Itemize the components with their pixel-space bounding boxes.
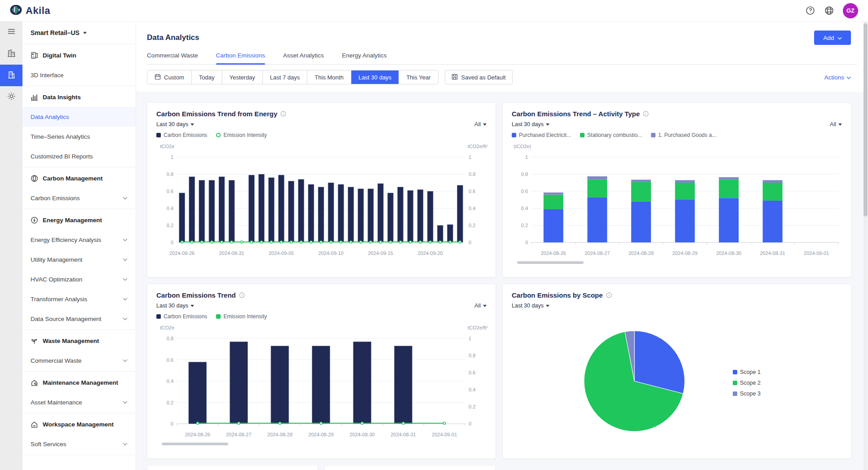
- actions-dropdown[interactable]: Actions: [824, 74, 851, 81]
- svg-text:0.2: 0.2: [521, 223, 528, 228]
- save-icon: [452, 74, 458, 81]
- svg-text:2024-08-28: 2024-08-28: [267, 432, 292, 437]
- legend-item[interactable]: Emission Intensity: [216, 313, 267, 320]
- app-window: Akila GZ Smart Retail–US Digital Twin 3D…: [0, 0, 868, 470]
- chart-period-dropdown[interactable]: Last 30 days: [512, 121, 549, 127]
- rail-buildings-button[interactable]: [0, 43, 22, 65]
- filter-last-30-days[interactable]: Last 30 days: [351, 70, 399, 84]
- legend-swatch: [733, 370, 737, 374]
- sidebar-item-transformer-analysis[interactable]: Transformer Analysis: [22, 289, 136, 309]
- sidebar-item-energy-efficiency-analysis[interactable]: Energy Efficiency Analysis: [22, 230, 136, 250]
- sidebar-item-commercial-waste[interactable]: Commercial Waste: [22, 351, 136, 370]
- pie-chart: [512, 312, 842, 444]
- legend-swatch: [580, 133, 585, 137]
- chart-period-dropdown[interactable]: Last 30 days: [156, 121, 194, 127]
- caret-down-icon: [483, 305, 487, 307]
- svg-text:1: 1: [525, 154, 528, 160]
- legend-item[interactable]: Scope 2: [733, 380, 761, 386]
- legend-item[interactable]: Scope 1: [733, 369, 761, 375]
- filter-last-7-days[interactable]: Last 7 days: [263, 70, 308, 84]
- sidebar-item-data-source-management[interactable]: Data Source Management: [22, 309, 136, 329]
- sidebar-item-customized-bi-reports[interactable]: Customized BI Reports: [22, 146, 136, 166]
- legend-item[interactable]: Stationary combustio...: [580, 132, 642, 138]
- tab-energy-analytics[interactable]: Energy Analytics: [342, 52, 387, 64]
- chart-scope-dropdown[interactable]: All: [474, 303, 487, 309]
- chart-scope-dropdown[interactable]: All: [830, 121, 842, 127]
- svg-text:2024-08-30: 2024-08-30: [716, 250, 741, 256]
- sidebar-item-soft-services[interactable]: Soft Services: [22, 434, 136, 454]
- sidebar: Smart Retail–US Digital Twin 3D Interfac…: [22, 22, 136, 470]
- card-partial: [147, 465, 318, 470]
- sidebar-item-carbon-emissions[interactable]: Carbon Emissions: [22, 188, 136, 208]
- info-icon[interactable]: [239, 292, 245, 298]
- svg-text:2024-08-31: 2024-08-31: [760, 250, 785, 256]
- filter-custom[interactable]: Custom: [147, 70, 192, 84]
- tab-asset-analytics[interactable]: Asset Analytics: [283, 52, 324, 64]
- svg-text:0.2: 0.2: [167, 223, 173, 228]
- svg-text:0.4: 0.4: [521, 206, 528, 211]
- svg-text:0.2: 0.2: [167, 400, 173, 405]
- filter-this-year[interactable]: This Year: [399, 70, 438, 84]
- language-globe-icon[interactable]: [824, 6, 834, 16]
- user-avatar[interactable]: GZ: [843, 3, 858, 18]
- collapse-sidebar-button[interactable]: [0, 22, 22, 43]
- building-icon: [7, 70, 16, 81]
- add-button[interactable]: Add: [814, 31, 851, 45]
- svg-text:0.4: 0.4: [167, 378, 173, 384]
- filter-yesterday[interactable]: Yesterday: [222, 70, 263, 84]
- chart-scope-dropdown[interactable]: All: [474, 121, 487, 127]
- legend-item[interactable]: Purchased Electricit...: [512, 132, 571, 138]
- filter-today[interactable]: Today: [192, 70, 222, 84]
- svg-text:0: 0: [525, 240, 528, 245]
- svg-text:2024-08-27: 2024-08-27: [226, 432, 251, 437]
- legend-item[interactable]: 1. Purchased Goods a...: [651, 132, 716, 138]
- chevron-down-icon: [123, 298, 128, 301]
- rail-settings-button[interactable]: [0, 86, 22, 108]
- legend-item[interactable]: Carbon Emissions: [156, 132, 207, 138]
- sidebar-item-time-series-analytics[interactable]: Time–Series Analytics: [22, 127, 136, 146]
- legend-item[interactable]: Emission Intensity: [216, 132, 267, 138]
- chevron-down-icon: [123, 258, 128, 261]
- legend-item[interactable]: Carbon Emissions: [156, 313, 207, 320]
- chart-horizontal-scrollbar[interactable]: [517, 261, 584, 264]
- legend-swatch: [216, 133, 221, 137]
- svg-text:0.6: 0.6: [469, 370, 475, 375]
- info-icon[interactable]: [606, 292, 612, 298]
- tab-commercial-waste[interactable]: Commercial Waste: [147, 52, 198, 64]
- svg-text:0.2: 0.2: [469, 223, 475, 228]
- help-icon[interactable]: [805, 6, 815, 16]
- workspace-selector[interactable]: Smart Retail–US: [22, 22, 136, 44]
- card-carbon-emissions-trend-from-energy: Carbon Emissions Trend from Energy Last …: [147, 102, 496, 277]
- svg-text:0.8: 0.8: [167, 171, 173, 177]
- legend-item[interactable]: Scope 3: [733, 391, 761, 397]
- page-scrollbar-thumb[interactable]: [864, 23, 868, 216]
- info-icon[interactable]: [643, 111, 649, 117]
- leaf-icon: [31, 337, 38, 345]
- chevron-down-icon: [123, 238, 128, 242]
- svg-text:2024-09-01: 2024-09-01: [804, 250, 829, 256]
- section-header-workspace-management: Workspace Management: [22, 414, 136, 434]
- chart-horizontal-scrollbar[interactable]: [162, 443, 228, 445]
- sidebar-item-hvac-optimization[interactable]: HVAC Optimization: [22, 269, 136, 289]
- chart-period-dropdown[interactable]: Last 30 days: [512, 303, 549, 309]
- cards-area: Carbon Emissions Trend from Energy Last …: [136, 92, 868, 470]
- sidebar-item-3d-interface[interactable]: 3D Interface: [22, 65, 136, 85]
- rail-current-app-button[interactable]: [0, 65, 22, 86]
- sidebar-item-asset-maintenance[interactable]: Asset Maintenance: [22, 392, 136, 412]
- tab-carbon-emissions[interactable]: Carbon Emissions: [216, 52, 266, 64]
- svg-text:0.2: 0.2: [469, 404, 475, 409]
- svg-text:0: 0: [171, 421, 173, 426]
- svg-text:2024-08-27: 2024-08-27: [585, 250, 610, 256]
- chevron-down-icon: [123, 359, 128, 362]
- sidebar-item-data-analytics[interactable]: Data Analytics: [22, 107, 136, 127]
- akila-logo[interactable]: Akila: [10, 4, 50, 17]
- page-scrollbar[interactable]: [864, 22, 868, 470]
- saved-as-default-button[interactable]: Saved as Default: [445, 70, 513, 84]
- sidebar-item-utility-management[interactable]: Utility Management: [22, 250, 136, 269]
- chart-period-dropdown[interactable]: Last 30 days: [156, 303, 194, 309]
- sidebar-section-energy-management: Energy Management Energy Efficiency Anal…: [22, 209, 136, 330]
- info-icon[interactable]: [280, 111, 286, 117]
- filter-this-month[interactable]: This Month: [307, 70, 351, 84]
- digital-twin-icon: [31, 52, 38, 59]
- chart-title: Carbon Emissions Trend from Energy: [156, 110, 277, 118]
